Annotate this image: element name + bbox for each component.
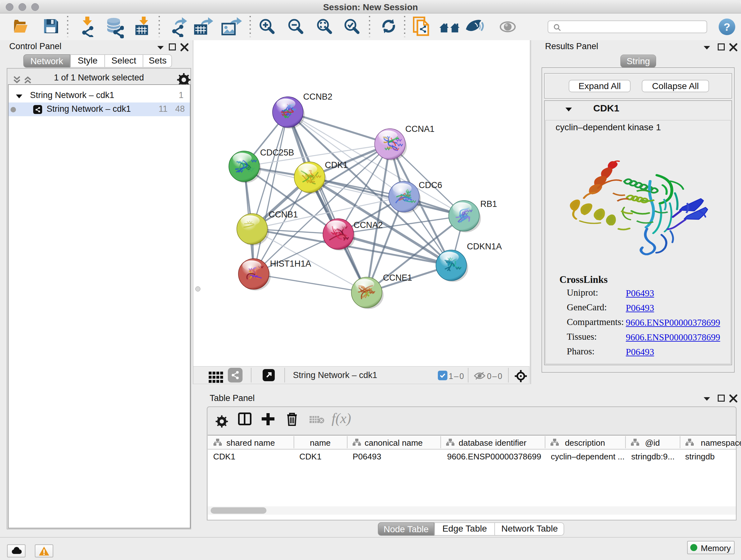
svg-text:CCNB2: CCNB2: [303, 92, 333, 102]
svg-text:RB1: RB1: [480, 199, 497, 209]
svg-text:CCNE1: CCNE1: [383, 273, 412, 283]
svg-text:CDC6: CDC6: [419, 180, 442, 190]
svg-text:CCNB1: CCNB1: [269, 210, 298, 219]
svg-text:HIST1H1A: HIST1H1A: [270, 259, 311, 268]
svg-text:CCNA2: CCNA2: [354, 220, 383, 230]
svg-text:CDK1: CDK1: [325, 160, 348, 170]
svg-text:CDC25B: CDC25B: [260, 148, 294, 158]
svg-text:CCNA1: CCNA1: [405, 124, 434, 134]
svg-text:CDKN1A: CDKN1A: [467, 242, 502, 251]
